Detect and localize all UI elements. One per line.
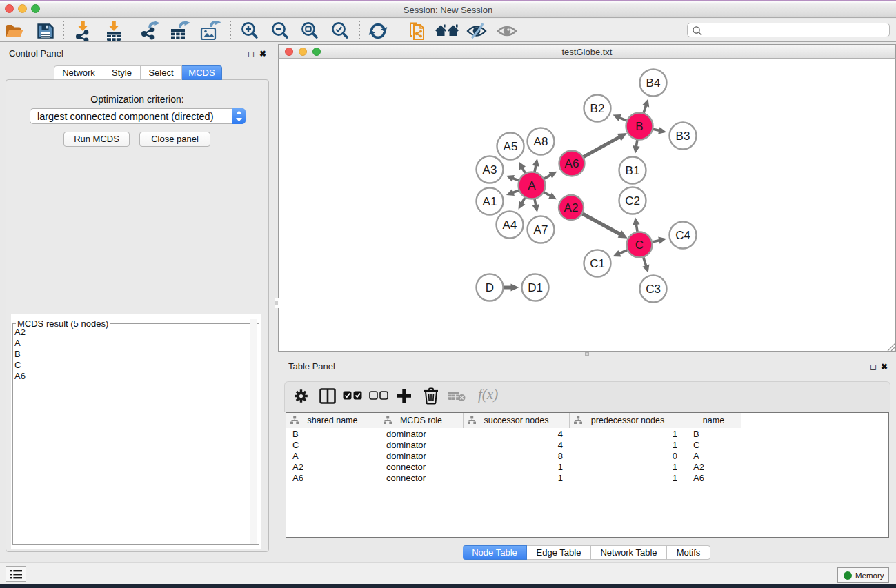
svg-text:C4: C4 (675, 229, 690, 242)
svg-text:D: D (486, 281, 494, 294)
svg-text:C3: C3 (646, 283, 661, 296)
svg-text:D1: D1 (528, 281, 543, 294)
svg-text:B3: B3 (676, 130, 690, 143)
svg-text:B2: B2 (590, 102, 605, 115)
svg-text:A8: A8 (534, 135, 548, 148)
svg-text:A4: A4 (503, 219, 517, 232)
svg-text:A7: A7 (534, 223, 548, 236)
svg-text:B1: B1 (626, 164, 640, 177)
svg-text:A3: A3 (483, 163, 497, 176)
svg-text:A2: A2 (564, 201, 579, 214)
svg-text:C1: C1 (590, 257, 605, 270)
svg-text:B: B (635, 120, 643, 133)
svg-text:B4: B4 (646, 77, 661, 90)
svg-text:A6: A6 (565, 157, 579, 170)
svg-text:A1: A1 (483, 195, 497, 208)
svg-text:C2: C2 (625, 194, 640, 207)
svg-text:C: C (635, 239, 644, 252)
svg-text:A: A (528, 179, 536, 192)
svg-text:A5: A5 (504, 140, 518, 153)
